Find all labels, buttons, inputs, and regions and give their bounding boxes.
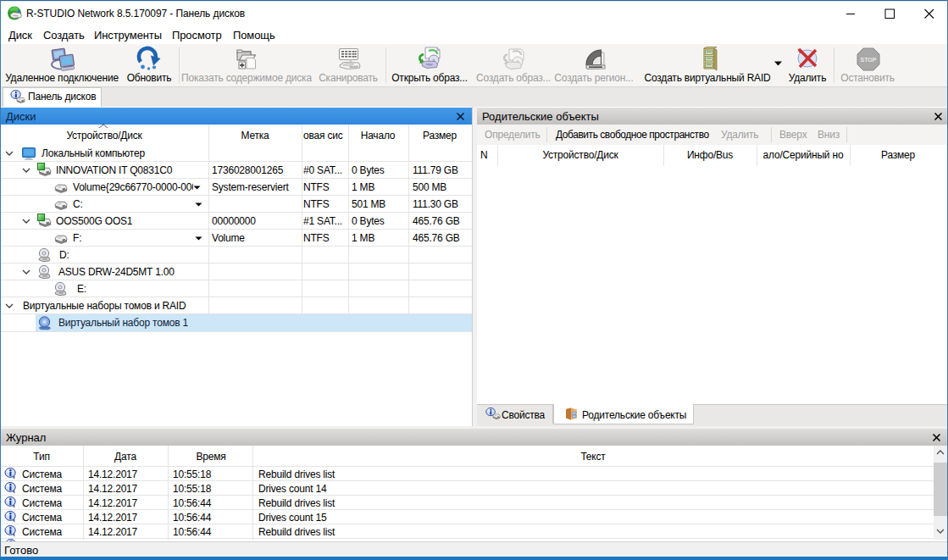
- svg-text:STOP: STOP: [861, 57, 877, 63]
